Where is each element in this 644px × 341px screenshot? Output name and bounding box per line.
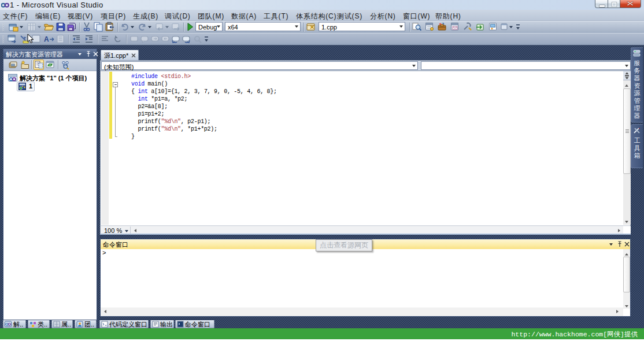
svg-text:A: A <box>44 35 49 43</box>
